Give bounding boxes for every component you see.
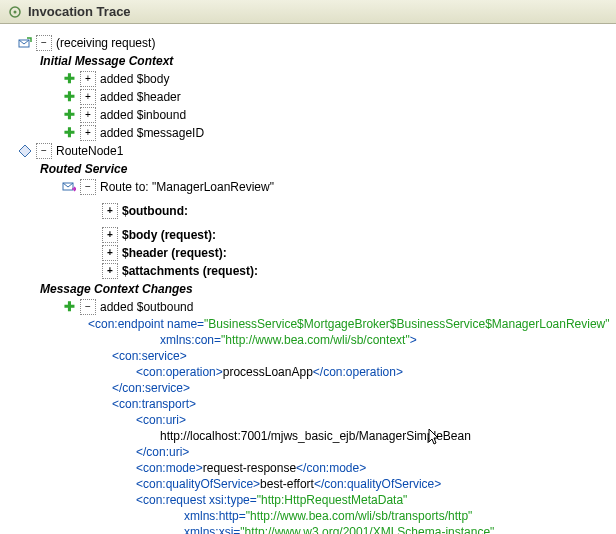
tree-row[interactable]: + $attachments (request): <box>84 262 612 280</box>
envelope-in-icon <box>18 36 32 50</box>
xml-line: xmlns:con="http://www.bea.com/wli/sb/con… <box>88 332 612 348</box>
tree-row: Message Context Changes <box>40 280 612 298</box>
node-label: $outbound: <box>122 203 188 219</box>
xml-line: <con:mode>request-response</con:mode> <box>88 460 612 476</box>
xml-line: xmlns:http="http://www.bea.com/wli/sb/tr… <box>88 508 612 524</box>
tree-row[interactable]: ✚ − added $outbound <box>62 298 612 316</box>
tree-row[interactable]: ✚ + added $messageID <box>62 124 612 142</box>
collapse-icon[interactable]: − <box>36 35 52 51</box>
node-label: $header (request): <box>122 245 227 261</box>
xml-block: <con:endpoint name="BusinessService$Mort… <box>88 316 612 534</box>
node-label: added $header <box>100 89 181 105</box>
expand-icon[interactable]: + <box>102 227 118 243</box>
section-label: Routed Service <box>40 161 127 177</box>
tree-row[interactable]: ✚ + added $header <box>62 88 612 106</box>
tree-row[interactable]: + $body (request): <box>84 226 612 244</box>
node-label: $body (request): <box>122 227 216 243</box>
expand-icon[interactable]: + <box>80 89 96 105</box>
section-label: Initial Message Context <box>40 53 173 69</box>
node-label: added $messageID <box>100 125 204 141</box>
trace-tree: − (receiving request) Initial Message Co… <box>0 24 616 534</box>
gear-icon <box>8 5 22 19</box>
xml-line: <con:qualityOfService>best-effort</con:q… <box>88 476 612 492</box>
xml-line: http://localhost:7001/mjws_basic_ejb/Man… <box>88 428 612 444</box>
title-text: Invocation Trace <box>28 4 131 19</box>
node-label: added $outbound <box>100 299 193 315</box>
tree-row: Routed Service <box>40 160 612 178</box>
expand-icon[interactable]: + <box>102 203 118 219</box>
xml-line: <con:service> <box>88 348 612 364</box>
tree-row[interactable]: ✚ + added $body <box>62 70 612 88</box>
add-icon: ✚ <box>62 300 76 314</box>
add-icon: ✚ <box>62 108 76 122</box>
tree-row[interactable]: − RouteNode1 <box>18 142 612 160</box>
section-label: Message Context Changes <box>40 281 193 297</box>
collapse-icon[interactable]: − <box>80 179 96 195</box>
node-label: (receiving request) <box>56 35 155 51</box>
collapse-icon[interactable]: − <box>36 143 52 159</box>
expand-icon[interactable]: + <box>80 71 96 87</box>
expand-icon[interactable]: + <box>80 125 96 141</box>
xml-line: </con:service> <box>88 380 612 396</box>
tree-row[interactable]: ✚ + added $inbound <box>62 106 612 124</box>
tree-row: Initial Message Context <box>40 52 612 70</box>
tree-row[interactable]: − Route to: "ManagerLoanReview" <box>62 178 612 196</box>
tree-row[interactable]: + $header (request): <box>84 244 612 262</box>
expand-icon[interactable]: + <box>80 107 96 123</box>
node-label: Route to: "ManagerLoanReview" <box>100 179 274 195</box>
add-icon: ✚ <box>62 72 76 86</box>
node-label: $attachments (request): <box>122 263 258 279</box>
tree-row[interactable]: − (receiving request) <box>18 34 612 52</box>
node-label: added $body <box>100 71 169 87</box>
xml-line: <con:transport> <box>88 396 612 412</box>
route-node-icon <box>18 144 32 158</box>
xml-line: <con:request xsi:type="http:HttpRequestM… <box>88 492 612 508</box>
node-label: added $inbound <box>100 107 186 123</box>
xml-line: </con:uri> <box>88 444 612 460</box>
svg-point-1 <box>14 10 17 13</box>
xml-line: <con:operation>processLoanApp</con:opera… <box>88 364 612 380</box>
svg-marker-3 <box>19 145 31 157</box>
node-label: RouteNode1 <box>56 143 123 159</box>
tree-row[interactable]: + $outbound: <box>84 202 612 220</box>
title-bar: Invocation Trace <box>0 0 616 24</box>
expand-icon[interactable]: + <box>102 245 118 261</box>
xml-line: <con:endpoint name="BusinessService$Mort… <box>88 316 612 332</box>
collapse-icon[interactable]: − <box>80 299 96 315</box>
expand-icon[interactable]: + <box>102 263 118 279</box>
envelope-route-icon <box>62 180 76 194</box>
add-icon: ✚ <box>62 126 76 140</box>
xml-line: xmlns:xsi="http://www.w3.org/2001/XMLSch… <box>88 524 612 534</box>
xml-line: <con:uri> <box>88 412 612 428</box>
add-icon: ✚ <box>62 90 76 104</box>
